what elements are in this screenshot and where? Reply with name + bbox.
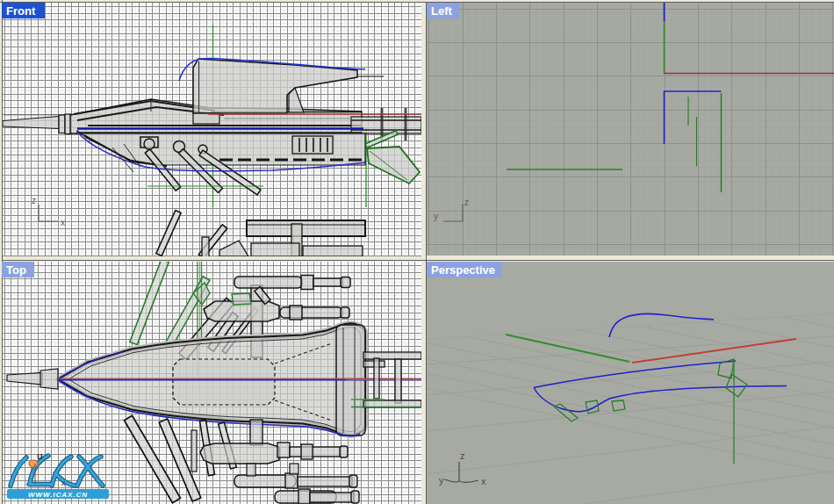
svg-text:x: x <box>481 476 486 486</box>
svg-text:u: u <box>37 450 43 461</box>
svg-text:WWW.ICAX.CN: WWW.ICAX.CN <box>28 491 88 499</box>
svg-text:Top: Top <box>6 263 26 277</box>
svg-text:z: z <box>32 196 36 205</box>
svg-text:Perspective: Perspective <box>431 263 495 277</box>
svg-text:z: z <box>460 450 465 461</box>
svg-text:Left: Left <box>431 4 453 18</box>
svg-text:x: x <box>61 479 66 487</box>
svg-text:Front: Front <box>6 4 36 18</box>
svg-text:z: z <box>464 198 469 207</box>
svg-text:y: y <box>434 212 438 221</box>
svg-text:y: y <box>439 475 444 486</box>
svg-text:x: x <box>61 218 65 227</box>
